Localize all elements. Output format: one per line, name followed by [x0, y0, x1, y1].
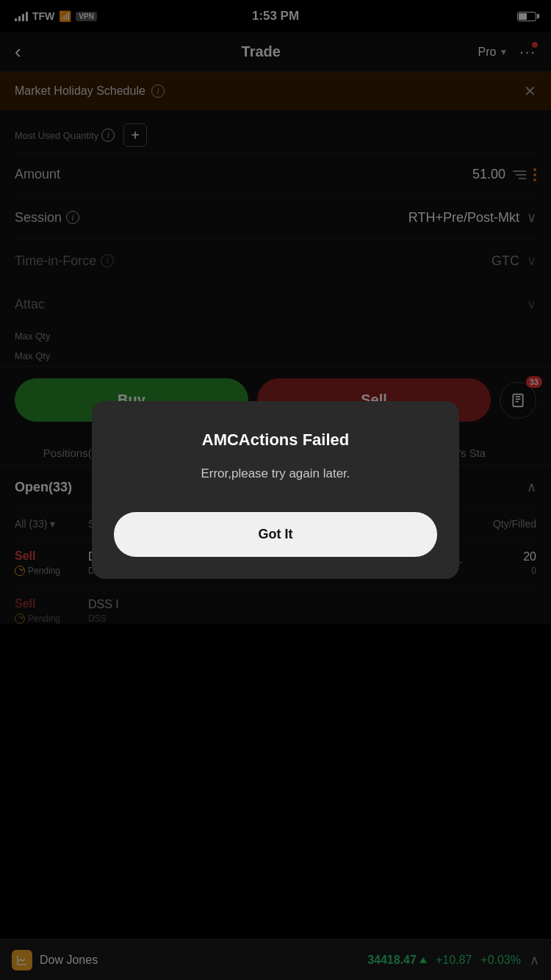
modal-overlay: AMCActions Failed Error,please try again… [0, 0, 551, 980]
got-it-button[interactable]: Got It [114, 512, 437, 557]
modal-title: AMCActions Failed [114, 430, 437, 450]
modal-box: AMCActions Failed Error,please try again… [92, 401, 459, 580]
modal-message: Error,please try again later. [114, 464, 437, 483]
